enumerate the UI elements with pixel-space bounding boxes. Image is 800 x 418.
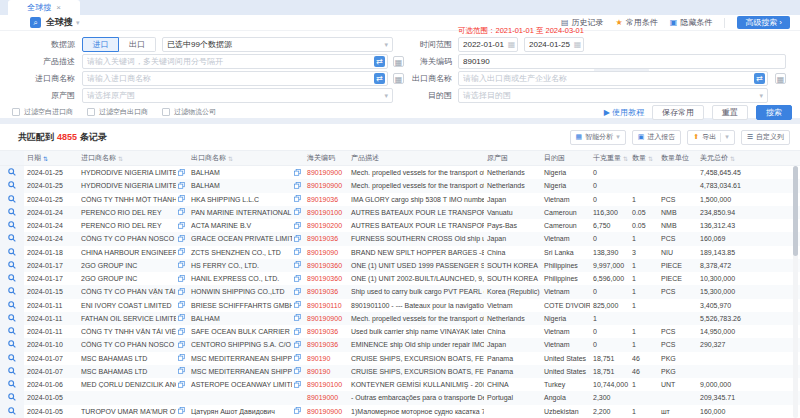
sort-icon[interactable]: ⇅ (730, 155, 735, 162)
magnifier-icon[interactable] (8, 354, 16, 363)
magnifier-icon[interactable] (8, 287, 16, 296)
save-common-button[interactable]: 保存常用 (652, 105, 704, 120)
importer-name[interactable]: PERENCO RIO DEL REY (81, 209, 176, 216)
hs-code-link[interactable]: 890190900 (307, 169, 342, 176)
column-header[interactable]: 进口商名称⇅ (78, 151, 188, 165)
smart-analysis-button[interactable]: ▦ 智能分析 ▾ (570, 130, 626, 145)
advanced-search-button[interactable]: 高级搜索 › (737, 16, 790, 29)
copy-icon[interactable] (178, 235, 185, 243)
exporter-name[interactable]: BALHAM (191, 315, 292, 322)
tab-global-search[interactable]: 全球搜 × (8, 0, 80, 15)
exporter-name[interactable]: SAFE OCEAN BULK CARRIER PTE LTD (191, 328, 292, 335)
copy-icon[interactable] (178, 182, 185, 190)
importer-name[interactable]: CÔNG TY CỔ PHẦN VẬN TẢI VÀ TIẾP VẬN P (81, 288, 176, 295)
copy-icon[interactable] (294, 354, 301, 362)
exporter-name[interactable]: PAN MARINE INTERNATIONAL -INC (191, 209, 292, 216)
hs-code-link[interactable]: 890190200 (307, 222, 342, 229)
exporter-name[interactable]: CENTORO SHIPPING S.A. C/O DAIICHI CHU (191, 341, 292, 348)
copy-icon[interactable] (178, 208, 185, 216)
copy-icon[interactable] (178, 169, 185, 177)
copy-icon[interactable] (178, 301, 185, 309)
import-toggle[interactable]: 进口 (82, 37, 119, 52)
column-header[interactable]: 出口商名称⇅ (188, 151, 304, 165)
copy-icon[interactable] (294, 235, 301, 243)
importer-name[interactable]: MSC BAHAMAS LTD (81, 368, 176, 375)
column-header[interactable]: 千克重量⇅ (590, 151, 629, 165)
magnifier-icon[interactable] (8, 340, 16, 349)
exporter-name[interactable]: BALHAM (191, 182, 292, 189)
magnifier-icon[interactable] (8, 234, 16, 243)
importer-name[interactable]: CÔNG TY CỔ PHẦN NOSCO SHIPYARD (81, 341, 176, 348)
hs-code-link[interactable]: 89019036 (307, 328, 338, 335)
exporter-input[interactable] (458, 71, 768, 86)
copy-icon[interactable] (294, 169, 301, 177)
copy-icon[interactable] (294, 182, 301, 190)
importer-name[interactable]: CÔNG TY CỔ PHẦN NOSCO SHIPYARD (81, 235, 176, 242)
scrollbar-thumb[interactable] (793, 166, 798, 256)
magnifier-icon[interactable] (8, 274, 16, 283)
checkbox[interactable] (12, 108, 20, 116)
hs-code-input[interactable] (458, 54, 786, 69)
copy-icon[interactable] (294, 301, 301, 309)
copy-icon[interactable] (294, 341, 301, 349)
hs-code-link[interactable]: 89019036 (307, 196, 338, 203)
hs-code-link[interactable]: 890190 (307, 355, 330, 362)
magnifier-icon[interactable] (8, 261, 16, 270)
filter-blank-importer[interactable]: 过滤空白进口商 (12, 107, 73, 117)
exporter-name[interactable]: ASTEROPE OCEANWAY LIMITED (191, 381, 292, 388)
exporter-name[interactable]: BRIESE SCHIFFFAHRTS GMBH & CO (191, 302, 292, 309)
sort-icon[interactable]: ⇅ (43, 155, 48, 162)
copy-icon[interactable] (178, 341, 185, 349)
copy-icon[interactable] (178, 314, 185, 322)
magnifier-icon[interactable] (8, 314, 16, 323)
copy-icon[interactable] (178, 288, 185, 296)
copy-icon[interactable] (294, 195, 301, 203)
copy-icon[interactable] (178, 248, 185, 256)
copy-icon[interactable] (294, 381, 301, 389)
copy-icon[interactable] (178, 407, 185, 415)
tutorial-link[interactable]: ▶ 使用教程 (604, 107, 644, 118)
importer-name[interactable]: HYDRODIVE NIGERIA LIMITED (81, 182, 176, 189)
copy-icon[interactable] (178, 354, 185, 362)
importer-name[interactable]: HYDRODIVE NIGERIA LIMITED (81, 169, 176, 176)
exporter-name[interactable]: ZCTS SHENZHEN CO., LTD (191, 249, 292, 256)
magnifier-icon[interactable] (8, 301, 16, 310)
favorites-button[interactable]: ★ 常用条件 (616, 17, 658, 28)
exporter-name[interactable]: HS FERRY CO., LTD. (191, 262, 292, 269)
chevron-down-icon[interactable]: ▾ (76, 19, 80, 27)
importer-name[interactable]: CÔNG TY TNHH VẬN TẢI VIỆT THUẬN (81, 328, 176, 335)
importer-name[interactable]: PERENCO RIO DEL REY (81, 222, 176, 229)
copy-icon[interactable] (178, 261, 185, 269)
exporter-name[interactable]: HKA SHIPPING L.L.C (191, 196, 292, 203)
copy-icon[interactable] (178, 222, 185, 230)
exporter-name[interactable]: HANIL EXPRESS CO., LTD. (191, 275, 292, 282)
magnifier-icon[interactable] (8, 181, 16, 190)
copy-icon[interactable] (178, 367, 185, 375)
copy-icon[interactable] (294, 261, 301, 269)
magnifier-icon[interactable] (8, 327, 16, 336)
exporter-name[interactable]: BALHAM (191, 169, 292, 176)
copy-icon[interactable] (294, 314, 301, 322)
importer-name[interactable]: MED ÇORLU DENİZCİLİK ANONİM ŞİRKETİ (81, 381, 176, 388)
export-button[interactable]: ⬆ 导出 ▾ (687, 130, 734, 145)
column-header[interactable]: 美元总价⇅ (697, 151, 800, 165)
sort-icon[interactable]: ⇅ (118, 155, 123, 162)
column-header[interactable]: 数量⇅ (629, 151, 658, 165)
destination-select[interactable]: 请选择目的国 ▾ (458, 88, 768, 103)
copy-icon[interactable] (294, 407, 301, 415)
vertical-scrollbar[interactable] (793, 166, 798, 418)
magnifier-icon[interactable] (8, 168, 16, 177)
hs-code-link[interactable]: 890190900 (307, 408, 342, 415)
exporter-name[interactable]: MSC MEDITERRANEAN SHIPPING CO. (PAN (191, 355, 292, 362)
tab-close-icon[interactable]: × (56, 3, 61, 12)
importer-name[interactable]: MSC BAHAMAS LTD (81, 355, 176, 362)
magnifier-icon[interactable] (8, 248, 16, 257)
magnifier-icon[interactable] (8, 407, 16, 416)
hs-code-link[interactable]: 890190900 (307, 315, 342, 322)
origin-select[interactable]: 请选择原产国 ▾ (82, 88, 393, 103)
copy-icon[interactable] (294, 328, 301, 336)
filter-logistics-company[interactable]: 过滤物流公司 (162, 107, 216, 117)
copy-icon[interactable] (294, 248, 301, 256)
export-toggle[interactable]: 出口 (119, 37, 156, 52)
magnifier-icon[interactable] (8, 208, 16, 217)
